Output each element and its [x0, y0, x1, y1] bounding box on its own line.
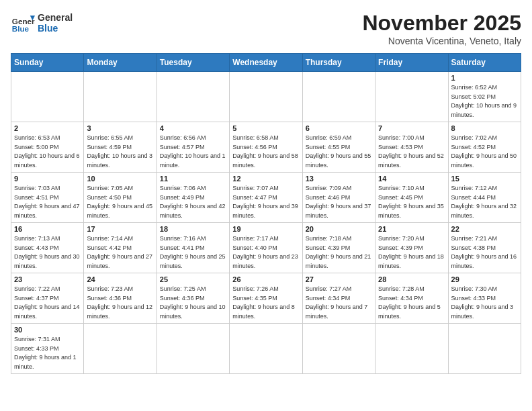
day-number: 22: [451, 225, 518, 233]
calendar-cell: 10Sunrise: 7:05 AM Sunset: 4:50 PM Dayli…: [84, 173, 157, 223]
calendar-cell: 13Sunrise: 7:09 AM Sunset: 4:46 PM Dayli…: [302, 173, 375, 223]
calendar-cell: 17Sunrise: 7:14 AM Sunset: 4:42 PM Dayli…: [84, 223, 157, 273]
day-number: 4: [160, 124, 226, 132]
calendar-cell: 18Sunrise: 7:16 AM Sunset: 4:41 PM Dayli…: [157, 223, 229, 273]
sun-info: Sunrise: 7:09 AM Sunset: 4:46 PM Dayligh…: [306, 184, 372, 220]
calendar-cell: 21Sunrise: 7:20 AM Sunset: 4:39 PM Dayli…: [375, 223, 448, 273]
logo-general-text: General: [38, 12, 73, 23]
day-number: 18: [160, 225, 226, 233]
sun-info: Sunrise: 7:22 AM Sunset: 4:37 PM Dayligh…: [14, 285, 81, 321]
week-row-5: 23Sunrise: 7:22 AM Sunset: 4:37 PM Dayli…: [11, 273, 521, 324]
day-number: 27: [306, 275, 372, 283]
weekday-header-row: SundayMondayTuesdayWednesdayThursdayFrid…: [11, 54, 521, 72]
calendar-cell: 19Sunrise: 7:17 AM Sunset: 4:40 PM Dayli…: [230, 223, 302, 273]
day-number: 5: [232, 124, 299, 132]
logo-blue-text: Blue: [38, 23, 73, 34]
week-row-1: 1Sunrise: 6:52 AM Sunset: 5:02 PM Daylig…: [11, 72, 521, 122]
day-number: 12: [232, 175, 299, 183]
week-row-2: 2Sunrise: 6:53 AM Sunset: 5:00 PM Daylig…: [11, 122, 521, 173]
sun-info: Sunrise: 7:27 AM Sunset: 4:34 PM Dayligh…: [306, 285, 372, 321]
day-number: 23: [14, 275, 81, 283]
sun-info: Sunrise: 7:25 AM Sunset: 4:36 PM Dayligh…: [160, 285, 226, 321]
weekday-header-tuesday: Tuesday: [157, 54, 229, 72]
sun-info: Sunrise: 7:03 AM Sunset: 4:51 PM Dayligh…: [14, 184, 81, 220]
sun-info: Sunrise: 6:53 AM Sunset: 5:00 PM Dayligh…: [14, 134, 81, 170]
week-row-4: 16Sunrise: 7:13 AM Sunset: 4:43 PM Dayli…: [11, 223, 521, 273]
calendar-cell: [157, 324, 229, 374]
calendar-cell: [375, 72, 448, 122]
day-number: 11: [160, 175, 226, 183]
calendar-cell: [230, 324, 302, 374]
sun-info: Sunrise: 7:23 AM Sunset: 4:36 PM Dayligh…: [87, 285, 153, 321]
sun-info: Sunrise: 6:55 AM Sunset: 4:59 PM Dayligh…: [87, 134, 153, 170]
calendar-cell: 15Sunrise: 7:12 AM Sunset: 4:44 PM Dayli…: [448, 173, 521, 223]
sun-info: Sunrise: 7:00 AM Sunset: 4:53 PM Dayligh…: [378, 134, 445, 170]
weekday-header-friday: Friday: [375, 54, 448, 72]
calendar-cell: 4Sunrise: 6:56 AM Sunset: 4:57 PM Daylig…: [157, 122, 229, 173]
sun-info: Sunrise: 7:14 AM Sunset: 4:42 PM Dayligh…: [87, 234, 153, 271]
sun-info: Sunrise: 7:20 AM Sunset: 4:39 PM Dayligh…: [378, 234, 445, 271]
sun-info: Sunrise: 6:58 AM Sunset: 4:56 PM Dayligh…: [232, 134, 299, 170]
sun-info: Sunrise: 7:07 AM Sunset: 4:47 PM Dayligh…: [232, 184, 299, 220]
calendar-cell: [375, 324, 448, 374]
day-number: 21: [378, 225, 445, 233]
title-block: November 2025 Noventa Vicentina, Veneto,…: [362, 11, 521, 46]
sun-info: Sunrise: 7:18 AM Sunset: 4:39 PM Dayligh…: [306, 234, 372, 271]
calendar-cell: 9Sunrise: 7:03 AM Sunset: 4:51 PM Daylig…: [11, 173, 84, 223]
logo: General Blue General Blue: [11, 11, 73, 35]
sun-info: Sunrise: 6:59 AM Sunset: 4:55 PM Dayligh…: [306, 134, 372, 170]
calendar-cell: 29Sunrise: 7:30 AM Sunset: 4:33 PM Dayli…: [448, 273, 521, 324]
weekday-header-saturday: Saturday: [448, 54, 521, 72]
calendar-cell: 27Sunrise: 7:27 AM Sunset: 4:34 PM Dayli…: [302, 273, 375, 324]
sun-info: Sunrise: 7:05 AM Sunset: 4:50 PM Dayligh…: [87, 184, 153, 220]
sun-info: Sunrise: 7:26 AM Sunset: 4:35 PM Dayligh…: [232, 285, 299, 321]
svg-text:Blue: Blue: [12, 24, 30, 33]
day-number: 2: [14, 124, 81, 132]
calendar-cell: 6Sunrise: 6:59 AM Sunset: 4:55 PM Daylig…: [302, 122, 375, 173]
calendar-cell: 14Sunrise: 7:10 AM Sunset: 4:45 PM Dayli…: [375, 173, 448, 223]
day-number: 17: [87, 225, 153, 233]
weekday-header-sunday: Sunday: [11, 54, 84, 72]
page-header: General Blue General Blue November 2025 …: [11, 11, 521, 46]
sun-info: Sunrise: 7:13 AM Sunset: 4:43 PM Dayligh…: [14, 234, 81, 271]
calendar-cell: 23Sunrise: 7:22 AM Sunset: 4:37 PM Dayli…: [11, 273, 84, 324]
week-row-6: 30Sunrise: 7:31 AM Sunset: 4:33 PM Dayli…: [11, 324, 521, 374]
day-number: 26: [232, 275, 299, 283]
day-number: 29: [451, 275, 518, 283]
calendar-cell: 5Sunrise: 6:58 AM Sunset: 4:56 PM Daylig…: [230, 122, 302, 173]
day-number: 15: [451, 175, 518, 183]
day-number: 9: [14, 175, 81, 183]
sun-info: Sunrise: 7:17 AM Sunset: 4:40 PM Dayligh…: [232, 234, 299, 271]
calendar-cell: 30Sunrise: 7:31 AM Sunset: 4:33 PM Dayli…: [11, 324, 84, 374]
sun-info: Sunrise: 6:56 AM Sunset: 4:57 PM Dayligh…: [160, 134, 226, 170]
weekday-header-wednesday: Wednesday: [230, 54, 302, 72]
day-number: 28: [378, 275, 445, 283]
day-number: 6: [306, 124, 372, 132]
calendar-cell: 25Sunrise: 7:25 AM Sunset: 4:36 PM Dayli…: [157, 273, 229, 324]
calendar-cell: 11Sunrise: 7:06 AM Sunset: 4:49 PM Dayli…: [157, 173, 229, 223]
sun-info: Sunrise: 7:30 AM Sunset: 4:33 PM Dayligh…: [451, 285, 518, 321]
calendar-cell: [448, 324, 521, 374]
calendar-cell: [157, 72, 229, 122]
weekday-header-thursday: Thursday: [302, 54, 375, 72]
sun-info: Sunrise: 7:06 AM Sunset: 4:49 PM Dayligh…: [160, 184, 226, 220]
calendar-table: SundayMondayTuesdayWednesdayThursdayFrid…: [11, 53, 521, 374]
calendar-cell: 22Sunrise: 7:21 AM Sunset: 4:38 PM Dayli…: [448, 223, 521, 273]
day-number: 13: [306, 175, 372, 183]
calendar-cell: [230, 72, 302, 122]
calendar-cell: 26Sunrise: 7:26 AM Sunset: 4:35 PM Dayli…: [230, 273, 302, 324]
sun-info: Sunrise: 7:02 AM Sunset: 4:52 PM Dayligh…: [451, 134, 518, 170]
day-number: 7: [378, 124, 445, 132]
day-number: 3: [87, 124, 153, 132]
day-number: 19: [232, 225, 299, 233]
calendar-cell: 1Sunrise: 6:52 AM Sunset: 5:02 PM Daylig…: [448, 72, 521, 122]
sun-info: Sunrise: 6:52 AM Sunset: 5:02 PM Dayligh…: [451, 83, 518, 120]
sun-info: Sunrise: 7:31 AM Sunset: 4:33 PM Dayligh…: [14, 335, 81, 371]
day-number: 16: [14, 225, 81, 233]
calendar-cell: 12Sunrise: 7:07 AM Sunset: 4:47 PM Dayli…: [230, 173, 302, 223]
week-row-3: 9Sunrise: 7:03 AM Sunset: 4:51 PM Daylig…: [11, 173, 521, 223]
logo-icon: General Blue: [11, 11, 35, 35]
day-number: 30: [14, 326, 81, 334]
weekday-header-monday: Monday: [84, 54, 157, 72]
day-number: 8: [451, 124, 518, 132]
